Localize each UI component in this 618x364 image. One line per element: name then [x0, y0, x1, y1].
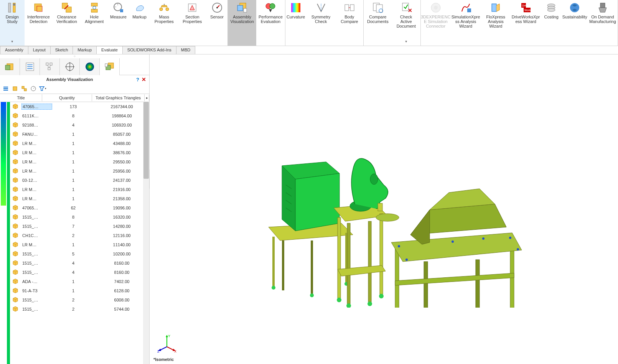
- svg-rect-186: [347, 223, 350, 304]
- row-title: 47065…: [21, 104, 52, 110]
- row-triangles: 5744.00: [94, 307, 149, 311]
- table-row[interactable]: ADA -…17402.00: [12, 277, 149, 286]
- ribbon-assembly-visualization[interactable]: Assembly Visualization: [228, 0, 256, 46]
- ribbon-sensor[interactable]: Sensor: [206, 0, 227, 46]
- svg-rect-185: [380, 214, 383, 294]
- ribbon-clearance-verification[interactable]: Clearance Verification: [53, 0, 81, 46]
- ribbon-interference-detection[interactable]: Interference Detection: [25, 0, 53, 46]
- svg-rect-169: [272, 237, 275, 287]
- ribbon-symmetry-check[interactable]: Symmetry Check: [307, 0, 336, 46]
- table-row[interactable]: 1515_…48160.00: [12, 268, 149, 277]
- table-row[interactable]: 6111K…8198864.00: [12, 111, 149, 120]
- ribbon-curvature[interactable]: Curvature: [285, 0, 307, 46]
- part-icon-wrapper: [12, 140, 20, 147]
- table-row[interactable]: 47065…6219096.00: [12, 203, 149, 212]
- svg-text:Drive: Drive: [522, 4, 528, 7]
- ribbon-simulationxpress-analysis-wizard[interactable]: SimulationXpress Analysis Wizard: [451, 0, 481, 46]
- graphics-viewport[interactable]: Y X Z *Isometric: [150, 54, 618, 364]
- table-row[interactable]: LR M…111140.00: [12, 240, 149, 249]
- table-row[interactable]: 1515_…48160.00: [12, 259, 149, 268]
- flat-nested-toggle[interactable]: [2, 84, 10, 93]
- ribbon-design-study[interactable]: Design Study▼: [0, 0, 25, 46]
- ribbon-driveworksxpress-wizard[interactable]: DriveWorksDriveWorksXpress Wizard: [511, 0, 541, 46]
- ribbon-sustainability[interactable]: Sustainability: [562, 0, 588, 46]
- performance-button[interactable]: [29, 84, 38, 93]
- panel-title: Assembly Visualization: [3, 77, 136, 82]
- table-row[interactable]: LR M…125956.00: [12, 166, 149, 176]
- ribbon-body-compare[interactable]: Body Compare: [336, 0, 363, 46]
- ribbon-mass-properties[interactable]: Mass Properties: [150, 0, 178, 46]
- panel-collapse-handle-top[interactable]: ○: [0, 54, 149, 58]
- panel-tab-assembly-visualization[interactable]: [100, 58, 120, 75]
- table-row[interactable]: 1515_…25744.00: [12, 305, 149, 314]
- assembly-vis-icon: [104, 61, 115, 72]
- table-row[interactable]: LR M…121916.00: [12, 185, 149, 194]
- ribbon-hole-alignment[interactable]: Hole Alignment: [81, 0, 108, 46]
- row-title: LR M…: [21, 242, 52, 247]
- close-panel-icon[interactable]: ✕: [142, 76, 146, 82]
- view-triad[interactable]: Y X Z: [157, 333, 176, 352]
- part-icon-wrapper: [12, 251, 20, 257]
- ribbon-compare-documents[interactable]: Compare Documents: [364, 0, 392, 46]
- table-row[interactable]: 92188…4106920.00: [12, 120, 149, 130]
- table-row[interactable]: 03-12…124137.00: [12, 176, 149, 185]
- ribbon-measure[interactable]: Measure: [108, 0, 129, 46]
- ribbon-on-demand-manufacturing[interactable]: On Demand Manufacturing: [588, 0, 618, 46]
- table-row[interactable]: LR M…129550.00: [12, 157, 149, 166]
- panel-tab-display-manager[interactable]: [80, 58, 100, 75]
- svg-rect-0: [8, 3, 11, 12]
- table-row[interactable]: 91-A-T316128.00: [12, 286, 149, 295]
- panel-tab-property-manager[interactable]: [20, 58, 40, 75]
- ribbon-floxpress-analysis-wizard[interactable]: FloXpress Analysis Wizard: [481, 0, 511, 46]
- panel-tab-configuration-manager[interactable]: [40, 58, 60, 75]
- table-row[interactable]: 1515_…26008.00: [12, 295, 149, 305]
- part-icon: [12, 297, 18, 302]
- group-view-button[interactable]: [20, 84, 28, 93]
- row-quantity: 4: [52, 270, 94, 275]
- table-row[interactable]: CH1C…212116.00: [12, 231, 149, 240]
- column-triangles[interactable]: Total Graphics Triangles: [92, 94, 145, 101]
- table-row[interactable]: LR M…143488.00: [12, 139, 149, 148]
- table-row[interactable]: 47065…1732167344.00: [12, 102, 149, 111]
- tab-evaluate[interactable]: Evaluate: [96, 46, 123, 54]
- row-triangles: 38676.00: [94, 150, 149, 155]
- column-quantity[interactable]: Quantity: [42, 94, 92, 101]
- part-icon-wrapper: [12, 288, 20, 294]
- part-icon: [12, 205, 18, 210]
- ribbon-check-active-document[interactable]: ✕Check Active Document▼: [392, 0, 420, 46]
- tab-assembly[interactable]: Assembly: [0, 46, 28, 54]
- driveworksxpress-wizard-icon: DriveWorks: [520, 2, 532, 14]
- part-icon: [12, 288, 18, 293]
- table-row[interactable]: LR M…138676.00: [12, 148, 149, 157]
- help-icon[interactable]: ?: [136, 77, 139, 82]
- tab-mbd[interactable]: MBD: [176, 46, 195, 54]
- ribbon-section-properties[interactable]: Section Properties: [178, 0, 207, 46]
- row-triangles: 29550.00: [94, 160, 149, 164]
- ribbon-label: Measure: [110, 15, 127, 19]
- tab-solidworks-add-ins[interactable]: SOLIDWORKS Add-Ins: [122, 46, 176, 54]
- table-row[interactable]: FANU…185057.00: [12, 130, 149, 139]
- table-row[interactable]: 1515_…510200.00: [12, 249, 149, 259]
- ribbon-performance-evaluation[interactable]: Performance Evaluation: [256, 0, 285, 46]
- table-row[interactable]: 1515_…816320.00: [12, 212, 149, 222]
- ribbon-label: Assembly Visualization: [230, 15, 254, 24]
- panel-tab-dimxpert[interactable]: [60, 58, 80, 75]
- table-row[interactable]: LR M…121358.00: [12, 194, 149, 203]
- column-title[interactable]: Title: [0, 94, 42, 101]
- ribbon-markup[interactable]: Markup: [129, 0, 150, 46]
- ribbon-costing[interactable]: Costing: [541, 0, 562, 46]
- tab-markup[interactable]: Markup: [73, 46, 97, 54]
- ribbon-label: Costing: [544, 15, 559, 19]
- svg-point-212: [452, 240, 454, 243]
- part-icon-wrapper: [12, 232, 20, 239]
- tab-layout[interactable]: Layout: [28, 46, 51, 54]
- panel-tab-feature-tree[interactable]: [0, 58, 20, 75]
- part-icon-wrapper: [12, 269, 20, 275]
- show-parts-button[interactable]: [11, 84, 19, 93]
- tab-sketch[interactable]: Sketch: [50, 46, 73, 54]
- table-row[interactable]: 1515_…714280.00: [12, 222, 149, 231]
- row-triangles: 11140.00: [94, 242, 149, 247]
- filter-button[interactable]: ▾: [38, 84, 47, 93]
- column-more[interactable]: ▸: [145, 95, 149, 101]
- part-icon-wrapper: [12, 122, 20, 128]
